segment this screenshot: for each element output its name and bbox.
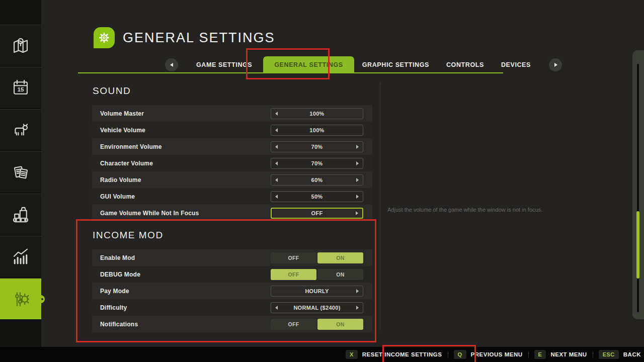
sidebar-item-statistics[interactable] [0, 236, 41, 277]
debug-mode-off-button[interactable]: OFF [271, 269, 316, 280]
calendar-day-label: 15 [17, 86, 24, 93]
difficulty-stepper[interactable]: NORMAL ($2400) [271, 302, 363, 313]
decrease-arrow[interactable] [275, 112, 278, 116]
pay-mode-stepper[interactable]: HOURLY [271, 286, 363, 297]
debug-mode-on-button[interactable]: ON [317, 269, 363, 280]
statistics-icon [11, 247, 31, 267]
row-label: Environment Volume [100, 143, 162, 150]
tabs-next-button[interactable] [549, 58, 562, 71]
tab-general-settings[interactable]: GENERAL SETTINGS [263, 56, 354, 73]
row-label: Radio Volume [100, 176, 141, 184]
settings-row: Character Volume 70% [92, 155, 372, 171]
settings-row: Pay Mode HOURLY [92, 283, 372, 299]
production-icon [11, 205, 31, 225]
increase-arrow[interactable] [356, 211, 358, 215]
notifications-off-button[interactable]: OFF [271, 319, 316, 330]
row-label: Notifications [100, 321, 138, 328]
next-menu-button[interactable]: E NEXT MENU [534, 350, 587, 359]
divider [593, 351, 593, 358]
sidebar-item-map[interactable] [0, 25, 41, 66]
environment-volume-stepper[interactable]: 70% [271, 141, 363, 152]
active-item-bump [37, 295, 45, 303]
setting-help-text: Adjust the volume of the game while the … [387, 207, 604, 213]
decrease-arrow[interactable] [275, 178, 278, 182]
sidebar-item-production[interactable] [0, 194, 41, 235]
previous-menu-button[interactable]: Q PREVIOUS MENU [454, 350, 523, 359]
sidebar: 15 [0, 0, 41, 362]
increase-arrow[interactable] [356, 161, 359, 165]
tab-controls[interactable]: CONTROLS [446, 56, 484, 73]
settings-gear-badge [94, 27, 115, 48]
sidebar-item-settings[interactable] [0, 278, 41, 319]
reset-income-settings-button[interactable]: X RESET INCOME SETTINGS [346, 350, 442, 359]
row-label: Character Volume [100, 160, 153, 167]
enable-mod-off-button[interactable]: OFF [271, 252, 316, 263]
stepper-value: 70% [311, 144, 323, 150]
decrease-arrow[interactable] [275, 145, 278, 149]
general-settings-screen: 15 [0, 0, 644, 362]
bottom-key-bar: X RESET INCOME SETTINGS Q PREVIOUS MENU … [0, 347, 644, 362]
stepper-value: HOURLY [305, 288, 329, 294]
key-badge-esc: ESC [599, 350, 619, 359]
stepper-value: 100% [309, 111, 324, 117]
gear-icon [97, 30, 112, 45]
reset-income-settings-label: RESET INCOME SETTINGS [362, 351, 442, 357]
increase-arrow[interactable] [356, 195, 359, 199]
key-badge-x: X [346, 350, 358, 359]
radio-volume-stepper[interactable]: 60% [271, 174, 363, 186]
sound-section-title: SOUND [93, 85, 131, 97]
divider [528, 351, 529, 358]
tab-graphic-settings[interactable]: GRAPHIC SETTINGS [362, 56, 429, 73]
contracts-icon [11, 162, 31, 183]
decrease-arrow[interactable] [275, 195, 278, 199]
row-label: Difficulty [100, 304, 127, 311]
settings-row: GUI Volume 50% [92, 188, 372, 205]
divider [448, 351, 448, 358]
right-arrow-icon [554, 63, 557, 67]
increase-arrow[interactable] [356, 178, 359, 182]
settings-row: Volume Master 100% [92, 105, 372, 122]
stepper-value: 70% [311, 160, 323, 166]
increase-arrow[interactable] [356, 289, 359, 293]
back-label: BACK [623, 351, 641, 357]
row-label: Vehicle Volume [100, 127, 145, 134]
notifications-toggle: OFF ON [271, 319, 363, 330]
vehicle-volume-stepper[interactable]: 100% [271, 125, 363, 136]
row-label: Game Volume While Not In Focus [100, 210, 199, 217]
stepper-value: 60% [311, 177, 323, 183]
decrease-arrow[interactable] [275, 161, 278, 165]
sidebar-item-animals[interactable] [0, 109, 41, 150]
cow-icon [11, 120, 31, 140]
key-badge-q: Q [454, 350, 466, 359]
map-icon [11, 36, 31, 56]
gui-volume-stepper[interactable]: 50% [271, 191, 363, 202]
settings-row: Environment Volume 70% [92, 138, 372, 155]
previous-menu-label: PREVIOUS MENU [471, 351, 523, 357]
tab-devices[interactable]: DEVICES [501, 56, 531, 73]
tabs-prev-button[interactable] [165, 58, 178, 71]
increase-arrow[interactable] [356, 306, 359, 310]
character-volume-stepper[interactable]: 70% [271, 158, 363, 169]
increase-arrow[interactable] [356, 145, 359, 149]
sound-rows: Volume Master 100% Vehicle Volume 100% E… [92, 105, 372, 221]
settings-row: Vehicle Volume 100% [92, 122, 372, 138]
scrollbar-thumb[interactable] [636, 211, 639, 279]
decrease-arrow[interactable] [275, 128, 278, 132]
sidebar-item-contracts[interactable] [0, 151, 41, 193]
row-label: Volume Master [100, 110, 144, 117]
stepper-value: 50% [311, 194, 323, 200]
settings-sliders-icon [11, 289, 31, 309]
row-label: DEBUG Mode [100, 271, 140, 278]
decrease-arrow[interactable] [275, 306, 278, 310]
panel-divider [380, 81, 380, 330]
tab-game-settings[interactable]: GAME SETTINGS [196, 56, 252, 73]
settings-row: DEBUG Mode OFF ON [92, 266, 372, 283]
enable-mod-on-button[interactable]: ON [317, 252, 363, 263]
tab-bar: GAME SETTINGS GENERAL SETTINGS GRAPHIC S… [165, 56, 562, 73]
game-volume-not-in-focus-stepper[interactable]: OFF [271, 208, 363, 219]
notifications-on-button[interactable]: ON [317, 319, 363, 330]
volume-master-stepper[interactable]: 100% [271, 108, 363, 119]
sidebar-item-calendar[interactable]: 15 [0, 67, 41, 108]
back-button[interactable]: ESC BACK [599, 350, 641, 359]
row-label: Enable Mod [100, 254, 135, 261]
